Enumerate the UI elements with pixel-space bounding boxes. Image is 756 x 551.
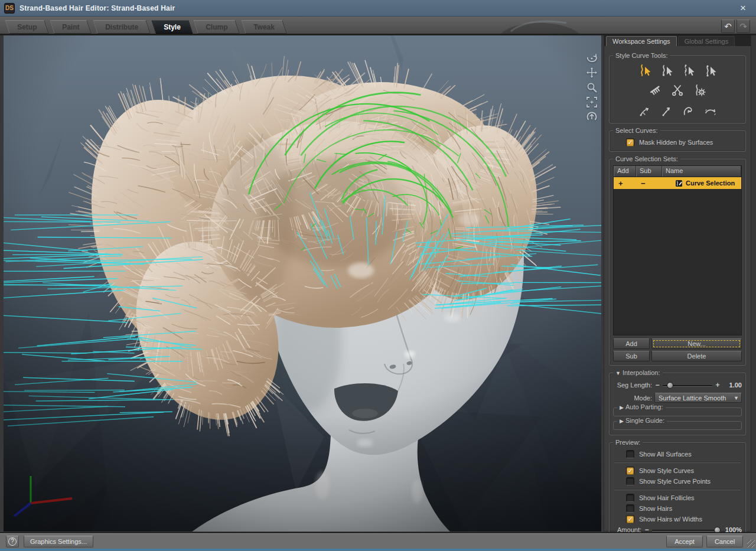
viewport-canvas[interactable] bbox=[4, 35, 601, 532]
table-header: Add Sub Name bbox=[614, 166, 741, 177]
select-curves-tool-icon[interactable] bbox=[658, 62, 676, 78]
single-guide-header[interactable]: ▶Single Guide: bbox=[617, 417, 667, 424]
style-curves-tool-icon[interactable] bbox=[636, 62, 654, 78]
show-hairs-widths-checkbox[interactable]: ✓ bbox=[626, 515, 634, 523]
undo-icon[interactable]: ↶ bbox=[721, 19, 735, 33]
window-title: Strand-Based Hair Editor: Strand-Based H… bbox=[19, 4, 175, 12]
tab-workspace-settings[interactable]: Workspace Settings bbox=[606, 36, 677, 46]
viewport-nav-tools bbox=[585, 51, 598, 123]
table-row[interactable]: + − Curve Selection bbox=[614, 177, 741, 189]
select-curves-group: Select Curves: ✓ Mask Hidden by Surfaces bbox=[609, 131, 746, 152]
close-icon[interactable]: × bbox=[736, 1, 750, 15]
mode-label: Mode: bbox=[613, 394, 652, 402]
collapsed-triangle-icon: ▶ bbox=[620, 405, 624, 410]
collapse-triangle-icon: ▼ bbox=[615, 370, 621, 376]
show-style-curve-points-checkbox[interactable]: ✓ bbox=[626, 477, 634, 485]
show-style-curves-checkbox[interactable]: ✓ bbox=[626, 467, 634, 475]
style-curve-tools-group: Style Curve Tools: bbox=[609, 56, 746, 123]
tab-clump[interactable]: Clump bbox=[194, 20, 240, 34]
column-sub: Sub bbox=[636, 166, 662, 177]
settings-panel: Workspace Settings Global Settings Style… bbox=[604, 35, 751, 532]
row-name: Curve Selection bbox=[686, 180, 735, 187]
seg-length-slider-handle[interactable] bbox=[667, 382, 673, 389]
divider bbox=[614, 489, 741, 490]
mask-hidden-label: Mask Hidden by Surfaces bbox=[639, 139, 713, 146]
show-hairs-label: Show Hairs bbox=[639, 505, 672, 512]
viewport[interactable] bbox=[4, 35, 601, 532]
sub-button[interactable]: Sub bbox=[613, 351, 650, 361]
show-style-curve-points-label: Show Style Curve Points bbox=[639, 478, 711, 485]
accept-button[interactable]: Accept bbox=[666, 536, 703, 547]
row-add-toggle[interactable]: + bbox=[614, 179, 636, 188]
tab-global-settings[interactable]: Global Settings bbox=[678, 36, 735, 46]
amount-slider-handle[interactable] bbox=[714, 527, 721, 533]
amount-label: Amount: bbox=[613, 526, 641, 533]
orbit-icon[interactable] bbox=[585, 51, 598, 64]
select-curve-points-tool-icon[interactable] bbox=[680, 62, 698, 78]
frame-icon[interactable] bbox=[585, 96, 598, 108]
pan-icon[interactable] bbox=[585, 66, 598, 79]
amount-value: 100% bbox=[723, 526, 742, 533]
zoom-icon[interactable] bbox=[585, 81, 598, 93]
new-button[interactable]: New... bbox=[651, 338, 742, 349]
curl-curve-tool-icon[interactable] bbox=[680, 102, 698, 118]
title-bar: DS Strand-Based Hair Editor: Strand-Base… bbox=[0, 0, 756, 17]
seg-length-slider[interactable] bbox=[663, 382, 712, 389]
tab-tweak[interactable]: Tweak bbox=[241, 20, 286, 34]
show-all-surfaces-label: Show All Surfaces bbox=[639, 451, 692, 458]
select-curves-title: Select Curves: bbox=[613, 127, 660, 134]
mode-dropdown[interactable]: Surface Lattice Smooth ▼ bbox=[654, 393, 742, 403]
interpolation-header[interactable]: ▼Interpolation: bbox=[613, 369, 663, 376]
show-all-surfaces-checkbox[interactable]: ✓ bbox=[626, 450, 634, 458]
show-hairs-checkbox[interactable]: ✓ bbox=[626, 504, 634, 513]
help-icon: ? bbox=[8, 537, 17, 546]
column-name: Name bbox=[662, 166, 741, 177]
cancel-button[interactable]: Cancel bbox=[706, 536, 743, 547]
single-guide-group: ▶Single Guide: bbox=[613, 421, 742, 430]
row-sub-toggle[interactable]: − bbox=[636, 179, 662, 188]
window-bottom-edge bbox=[0, 549, 756, 551]
seg-length-plus[interactable]: + bbox=[715, 381, 721, 389]
redo-icon[interactable]: ↷ bbox=[737, 19, 750, 33]
mask-hidden-checkbox[interactable]: ✓ bbox=[626, 138, 634, 146]
daz-swoosh-decoration bbox=[499, 17, 582, 35]
tab-style[interactable]: Style bbox=[151, 20, 193, 34]
auto-parting-header[interactable]: ▶Auto Parting: bbox=[617, 403, 666, 410]
delete-button[interactable]: Delete bbox=[651, 351, 742, 361]
show-hair-follicles-checkbox[interactable]: ✓ bbox=[626, 494, 634, 502]
help-button[interactable]: ? bbox=[6, 536, 19, 547]
selection-set-icon bbox=[675, 180, 683, 187]
bend-curve-tool-icon[interactable] bbox=[702, 102, 719, 118]
curve-selection-sets-table: Add Sub Name + − Curve bbox=[613, 165, 742, 335]
show-style-curves-label: Show Style Curves bbox=[639, 467, 694, 474]
tab-paint[interactable]: Paint bbox=[50, 20, 92, 34]
mode-value: Surface Lattice Smooth bbox=[659, 394, 734, 402]
strand-hair-editor-window: DS Strand-Based Hair Editor: Strand-Base… bbox=[0, 0, 756, 551]
curve-selection-sets-title: Curve Selection Sets: bbox=[613, 155, 680, 162]
amount-slider[interactable] bbox=[652, 526, 721, 534]
app-icon: DS bbox=[4, 3, 15, 14]
column-add: Add bbox=[614, 166, 636, 177]
seg-length-label: Seg Length: bbox=[613, 382, 652, 389]
seg-length-minus[interactable]: − bbox=[654, 381, 660, 389]
translate-curve-tool-icon[interactable] bbox=[636, 102, 654, 118]
add-button[interactable]: Add bbox=[613, 338, 650, 349]
tab-setup[interactable]: Setup bbox=[5, 20, 49, 34]
show-hairs-widths-label: Show Hairs w/ Widths bbox=[639, 516, 702, 523]
curve-options-tool-icon[interactable] bbox=[690, 82, 708, 98]
tab-distribute[interactable]: Distribute bbox=[93, 20, 150, 34]
amount-minus[interactable]: − bbox=[644, 526, 650, 534]
settings-panel-tabs: Workspace Settings Global Settings bbox=[604, 35, 751, 46]
comb-tool-icon[interactable] bbox=[647, 82, 664, 98]
reset-view-icon[interactable] bbox=[585, 110, 598, 123]
auto-parting-group: ▶Auto Parting: bbox=[613, 407, 742, 416]
graphics-settings-button[interactable]: Graphics Settings... bbox=[24, 536, 93, 547]
resize-grip[interactable] bbox=[747, 540, 755, 547]
interpolation-group: ▼Interpolation: Seg Length: − + 1.00 Mod… bbox=[609, 373, 746, 435]
extend-curve-tool-icon[interactable] bbox=[658, 102, 676, 118]
collapsed-triangle-icon: ▶ bbox=[620, 418, 624, 424]
style-curve-tools-title: Style Curve Tools: bbox=[613, 52, 670, 59]
select-curve-ends-tool-icon[interactable] bbox=[702, 62, 719, 78]
cut-tool-icon[interactable] bbox=[669, 82, 686, 98]
curve-selection-sets-group: Curve Selection Sets: Add Sub Name + − bbox=[609, 159, 746, 366]
